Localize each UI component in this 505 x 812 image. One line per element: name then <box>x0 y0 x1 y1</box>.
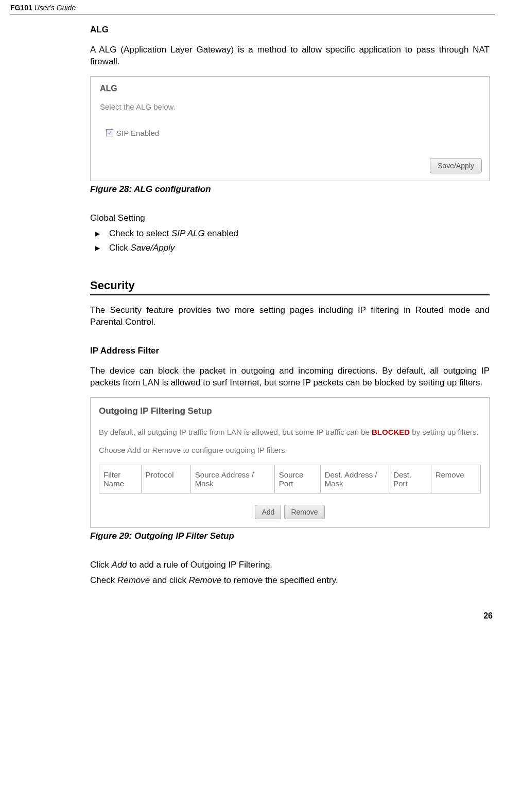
figure-29-caption: Figure 29: Outgoing IP Filter Setup <box>90 531 490 541</box>
table-header-row: Filter Name Protocol Source Address / Ma… <box>99 465 481 493</box>
page-number: 26 <box>10 611 495 621</box>
bullet-1-pre: Check to select <box>109 228 171 238</box>
bullet-arrow-icon: ▶ <box>95 244 100 252</box>
security-heading: Security <box>90 279 490 295</box>
bullet-1-post: enabled <box>205 228 238 238</box>
bullet-text-2: Click Save/Apply <box>109 243 175 253</box>
check-remove-mid: and click <box>150 575 189 585</box>
th-filter-name: Filter Name <box>99 465 142 493</box>
ip-filter-ss-line1: By default, all outgoing IP traffic from… <box>99 427 481 437</box>
alg-heading: ALG <box>90 25 490 35</box>
bullet-text-1: Check to select SIP ALG enabled <box>109 228 238 239</box>
bullet-1-em: SIP ALG <box>171 228 205 238</box>
sip-enabled-label: SIP Enabled <box>116 129 159 137</box>
ip-filter-ss-title: Outgoing IP Filtering Setup <box>99 406 481 416</box>
ip-filter-ss-line2: Choose Add or Remove to configure outgoi… <box>99 445 481 455</box>
ip-filter-heading: IP Address Filter <box>90 346 490 356</box>
th-protocol: Protocol <box>141 465 190 493</box>
th-source-port: Source Port <box>274 465 320 493</box>
alg-ss-title: ALG <box>100 84 482 93</box>
global-setting-label: Global Setting <box>90 213 490 223</box>
check-remove-em1: Remove <box>117 575 150 585</box>
th-dest-port: Dest. Port <box>389 465 431 493</box>
click-add-line: Click Add to add a rule of Outgoing IP F… <box>90 560 490 570</box>
check-remove-em2: Remove <box>189 575 221 585</box>
check-remove-line: Check Remove and click Remove to remove … <box>90 575 490 586</box>
th-remove: Remove <box>431 465 480 493</box>
product-subtitle: User's Guide <box>34 4 76 12</box>
main-content: ALG A ALG (Application Layer Gateway) is… <box>90 25 490 586</box>
save-apply-row: Save/Apply <box>100 158 482 173</box>
sip-enabled-checkbox[interactable]: ✓ <box>106 129 113 136</box>
click-add-em: Add <box>112 560 127 570</box>
page-header: FG101 User's Guide <box>10 0 495 14</box>
alg-bullets: ▶ Check to select SIP ALG enabled ▶ Clic… <box>90 228 490 253</box>
bullet-arrow-icon: ▶ <box>95 230 100 237</box>
product-title: FG101 User's Guide <box>10 4 76 12</box>
click-add-pre: Click <box>90 560 112 570</box>
bullet-item-1: ▶ Check to select SIP ALG enabled <box>90 228 490 239</box>
ip-filter-body: The device can block the packet in outgo… <box>90 365 490 389</box>
ip-filter-table: Filter Name Protocol Source Address / Ma… <box>99 465 481 493</box>
add-remove-row: Add Remove <box>99 505 481 519</box>
check-remove-pre: Check <box>90 575 117 585</box>
ss-line1-blocked: BLOCKED <box>372 428 410 436</box>
click-add-post: to add a rule of Outgoing IP Filtering. <box>127 560 272 570</box>
ss-line1-post: by setting up filters. <box>410 428 478 436</box>
th-dest-addr: Dest. Address / Mask <box>320 465 389 493</box>
th-source-addr: Source Address / Mask <box>190 465 274 493</box>
remove-button[interactable]: Remove <box>284 505 324 519</box>
check-remove-post: to remove the specified entry. <box>221 575 338 585</box>
alg-screenshot: ALG Select the ALG below. ✓ SIP Enabled … <box>90 76 490 181</box>
bullet-item-2: ▶ Click Save/Apply <box>90 243 490 253</box>
figure-28-caption: Figure 28: ALG configuration <box>90 184 490 195</box>
ss-line1-pre: By default, all outgoing IP traffic from… <box>99 428 372 436</box>
sip-enabled-row: ✓ SIP Enabled <box>106 129 482 137</box>
save-apply-button[interactable]: Save/Apply <box>430 158 482 173</box>
add-button[interactable]: Add <box>255 505 281 519</box>
alg-ss-subtext: Select the ALG below. <box>100 102 482 111</box>
security-body: The Security feature provides two more s… <box>90 305 490 328</box>
bullet-2-em: Save/Apply <box>131 243 175 253</box>
product-code: FG101 <box>10 4 32 12</box>
ip-filter-screenshot: Outgoing IP Filtering Setup By default, … <box>90 397 490 528</box>
alg-body: A ALG (Application Layer Gateway) is a m… <box>90 44 490 68</box>
bullet-2-pre: Click <box>109 243 131 253</box>
